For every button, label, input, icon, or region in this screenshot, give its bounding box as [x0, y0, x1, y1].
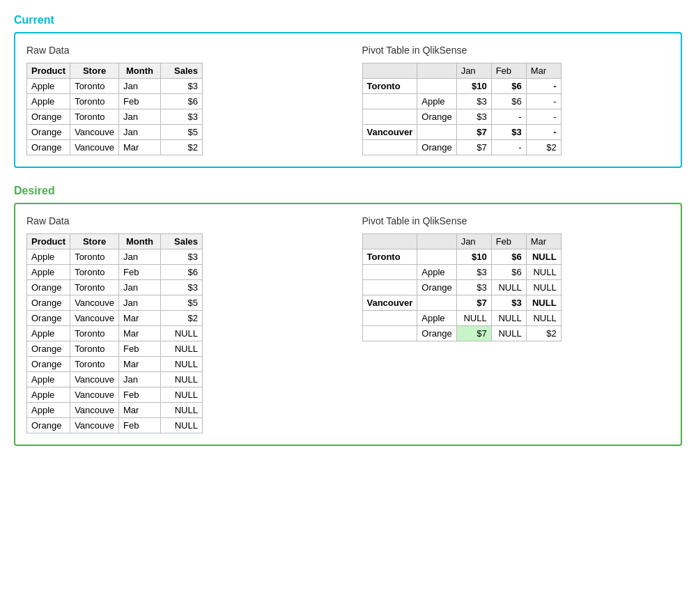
table-cell: Feb — [118, 94, 160, 109]
table-cell: Mar — [118, 326, 160, 341]
desired-pivot-h-jan: Jan — [456, 234, 491, 249]
desired-raw-th-store: Store — [70, 234, 119, 249]
table-cell: Vancouve — [70, 311, 119, 326]
table-cell: Apple — [27, 387, 70, 403]
table-row: AppleTorontoMarNULL — [27, 326, 203, 341]
table-row: Toronto$10$6- — [362, 79, 561, 94]
table-cell: Apple — [27, 94, 70, 109]
pivot-label1: Vancouver — [362, 125, 417, 140]
table-cell: Jan — [118, 295, 160, 311]
current-raw-table: Product Store Month Sales AppleTorontoJa… — [26, 63, 203, 155]
pivot-jan: $10 — [456, 79, 491, 94]
table-cell: Mar — [118, 403, 160, 418]
pivot-mar: $2 — [526, 326, 561, 341]
desired-raw-th-product: Product — [27, 234, 70, 249]
table-cell: $3 — [160, 109, 202, 125]
table-row: AppleNULLNULLNULL — [362, 311, 561, 326]
table-cell: Orange — [27, 341, 70, 357]
table-cell: $2 — [160, 311, 202, 326]
table-row: OrangeVancouveMar$2 — [27, 311, 203, 326]
pivot-mar: NULL — [526, 265, 561, 280]
current-raw-header-row: Product Store Month Sales — [27, 63, 203, 79]
table-cell: NULL — [160, 357, 202, 372]
pivot-label2 — [417, 249, 456, 265]
current-raw-title: Raw Data — [26, 45, 334, 56]
table-row: Orange$3-- — [362, 109, 561, 125]
table-cell: Toronto — [70, 249, 119, 265]
pivot-label2 — [417, 79, 456, 94]
desired-pivot-h-mar: Mar — [526, 234, 561, 249]
table-cell: Apple — [27, 79, 70, 94]
table-cell: Toronto — [70, 94, 119, 109]
table-cell: Feb — [118, 341, 160, 357]
table-cell: Orange — [27, 418, 70, 433]
pivot-jan: $7 — [456, 326, 491, 341]
pivot-label2: Orange — [417, 326, 456, 341]
pivot-label2: Orange — [417, 280, 456, 295]
pivot-mar: NULL — [526, 280, 561, 295]
pivot-jan: $3 — [456, 109, 491, 125]
current-section-title: Current — [14, 14, 682, 26]
table-cell: Mar — [118, 140, 160, 155]
pivot-mar: $2 — [526, 140, 561, 155]
desired-raw-table: Product Store Month Sales AppleTorontoJa… — [26, 233, 203, 433]
current-pivot-title: Pivot Table in QlikSense — [362, 45, 670, 56]
table-cell: Feb — [118, 418, 160, 433]
current-raw-th-store: Store — [70, 63, 119, 79]
desired-section-box: Raw Data Product Store Month Sales Apple… — [14, 203, 682, 446]
pivot-jan: $7 — [456, 295, 491, 311]
table-cell: $2 — [160, 140, 202, 155]
table-cell: Orange — [27, 140, 70, 155]
current-pivot-panel: Pivot Table in QlikSense Jan Feb Mar Tor… — [362, 45, 670, 155]
desired-section-title: Desired — [14, 185, 682, 197]
table-row: OrangeVancouveJan$5 — [27, 295, 203, 311]
table-cell: Vancouve — [70, 387, 119, 403]
table-row: OrangeVancouveJan$5 — [27, 125, 203, 140]
current-raw-panel: Raw Data Product Store Month Sales Apple… — [26, 45, 334, 155]
desired-pivot-title: Pivot Table in QlikSense — [362, 215, 670, 226]
table-cell: NULL — [160, 372, 202, 387]
pivot-label1 — [362, 280, 417, 295]
table-row: AppleVancouveMarNULL — [27, 403, 203, 418]
pivot-mar: - — [526, 109, 561, 125]
table-cell: Jan — [118, 372, 160, 387]
pivot-label2 — [417, 295, 456, 311]
desired-pivot-h-feb: Feb — [491, 234, 526, 249]
pivot-feb: NULL — [491, 280, 526, 295]
pivot-feb: $6 — [491, 265, 526, 280]
table-cell: $3 — [160, 249, 202, 265]
pivot-jan: NULL — [456, 311, 491, 326]
table-cell: Toronto — [70, 79, 119, 94]
table-cell: Apple — [27, 265, 70, 280]
current-pivot-h0 — [362, 63, 417, 79]
table-cell: $6 — [160, 94, 202, 109]
pivot-jan: $7 — [456, 125, 491, 140]
table-cell: Toronto — [70, 280, 119, 295]
table-row: OrangeTorontoMarNULL — [27, 357, 203, 372]
table-cell: Mar — [118, 357, 160, 372]
table-cell: NULL — [160, 341, 202, 357]
table-cell: Toronto — [70, 357, 119, 372]
pivot-feb: NULL — [491, 326, 526, 341]
current-pivot-h-jan: Jan — [456, 63, 491, 79]
current-pivot-header-row: Jan Feb Mar — [362, 63, 561, 79]
table-cell: Apple — [27, 249, 70, 265]
table-row: Apple$3$6NULL — [362, 265, 561, 280]
table-row: OrangeTorontoJan$3 — [27, 280, 203, 295]
table-cell: $3 — [160, 280, 202, 295]
table-row: Orange$3NULLNULL — [362, 280, 561, 295]
current-pivot-h-mar: Mar — [526, 63, 561, 79]
table-row: OrangeTorontoFebNULL — [27, 341, 203, 357]
table-cell: Vancouve — [70, 125, 119, 140]
table-cell: Toronto — [70, 326, 119, 341]
table-cell: NULL — [160, 403, 202, 418]
pivot-label1: Toronto — [362, 249, 417, 265]
table-cell: Vancouve — [70, 372, 119, 387]
table-cell: Jan — [118, 249, 160, 265]
pivot-mar: NULL — [526, 311, 561, 326]
table-row: AppleTorontoFeb$6 — [27, 265, 203, 280]
table-row: Vancouver$7$3- — [362, 125, 561, 140]
desired-raw-th-month: Month — [118, 234, 160, 249]
table-row: AppleTorontoFeb$6 — [27, 94, 203, 109]
desired-raw-header-row: Product Store Month Sales — [27, 234, 203, 249]
